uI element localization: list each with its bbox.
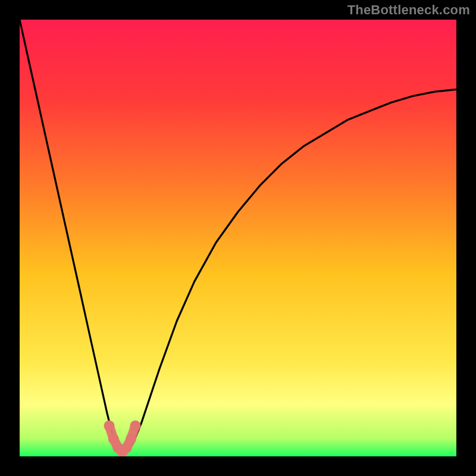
chart-svg <box>20 20 456 456</box>
plot-area <box>20 20 456 456</box>
marker-dot <box>130 421 141 431</box>
marker-dot <box>104 421 115 431</box>
gradient-bg <box>20 20 456 456</box>
marker-dot <box>126 434 136 444</box>
frame: TheBottleneck.com <box>0 0 476 476</box>
watermark-text: TheBottleneck.com <box>347 2 470 18</box>
